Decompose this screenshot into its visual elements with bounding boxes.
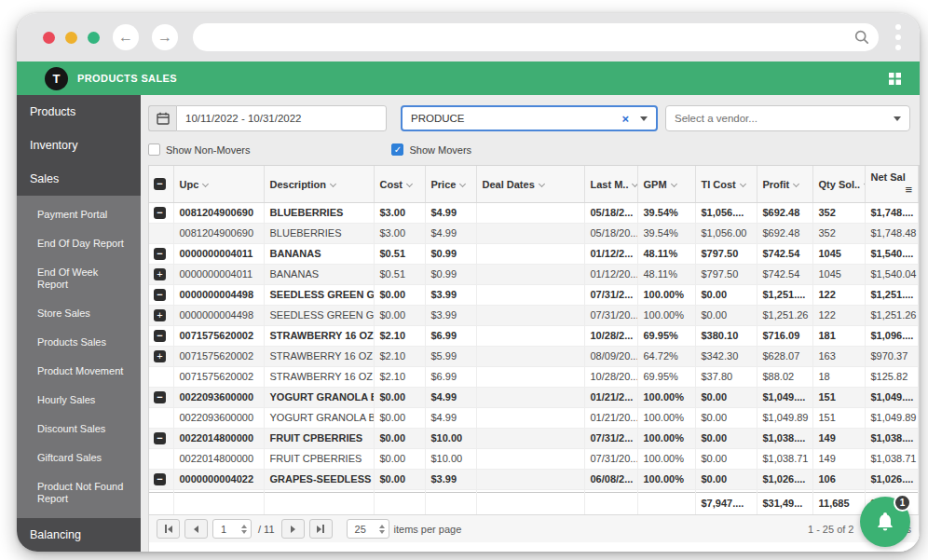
column-header-net-sales[interactable]: Net Sal≡ (865, 166, 919, 203)
show-movers-checkbox[interactable]: ✓ Show Movers (391, 143, 471, 156)
cell-upc: 0071575620002 (173, 367, 264, 388)
cell-deal (476, 203, 584, 224)
table-row[interactable]: −0000000004011BANANAS$0.51$0.9901/12/2..… (149, 244, 919, 265)
sidebar-subitem[interactable]: Payment Portal (17, 200, 141, 229)
table-row[interactable]: −0000000004022GRAPES-SEEDLESS$0.00$3.990… (149, 470, 919, 490)
sidebar-subitem[interactable]: Product Not Found Report (17, 472, 141, 513)
search-icon[interactable] (854, 30, 869, 45)
sidebar-subitem[interactable]: Product Movement (17, 357, 141, 386)
sidebar-subitem[interactable]: Giftcard Sales (17, 444, 141, 472)
browser-menu-icon[interactable] (892, 20, 905, 54)
calendar-button[interactable] (148, 105, 176, 131)
cell-cost: $0.00 (374, 429, 425, 449)
cell-upc: 0071575620002 (173, 347, 264, 367)
table-row[interactable]: −0071575620002STRAWBERRY 16 OZ$2.10$6.99… (149, 326, 919, 347)
collapse-row-icon[interactable]: − (154, 391, 166, 403)
table-row[interactable]: +0000000004011BANANAS$0.51$0.9901/12/20.… (149, 265, 919, 285)
sidebar-item[interactable]: Inventory (17, 129, 141, 162)
cell-desc: STRAWBERRY 16 OZ (264, 347, 374, 367)
table-row[interactable]: 0081204900690BLUEBERRIES$3.00$4.9905/18/… (149, 224, 919, 244)
table-row[interactable]: 0022014800000FRUIT CPBERRIES$0.00$10.000… (149, 449, 919, 470)
cell-deal (476, 244, 584, 265)
column-header-qty-sold[interactable]: Qty Sol.. (812, 166, 865, 203)
column-header-description[interactable]: Description (264, 166, 374, 203)
first-page-button[interactable] (157, 519, 180, 539)
cell-price: $6.99 (425, 326, 476, 347)
cell-cost: $0.00 (374, 470, 425, 490)
sidebar-item[interactable]: Balancing (17, 518, 141, 552)
expand-row-icon[interactable]: + (154, 268, 166, 280)
vendor-select[interactable]: Select a vendor... (665, 105, 910, 131)
cell-price: $6.99 (425, 367, 476, 388)
clear-category-icon[interactable]: × (616, 112, 635, 126)
sidebar-subitem[interactable]: Hourly Sales (17, 386, 141, 415)
table-row[interactable]: −0081204900690BLUEBERRIES$3.00$4.9905/18… (149, 203, 919, 224)
sidebar-subitem[interactable]: Discount Sales (17, 415, 141, 444)
cell-ti: $0.00 (695, 470, 757, 490)
cell-upc: 0022093600000 (173, 388, 264, 408)
table-row[interactable]: +0071575620002STRAWBERRY 16 OZ$2.10$5.99… (149, 347, 919, 367)
maximize-window-button[interactable] (88, 32, 100, 44)
column-header-last-modified[interactable]: Last M.. (584, 166, 637, 203)
table-row[interactable]: 0071575620002STRAWBERRY 16 OZ$2.10$6.991… (149, 367, 919, 388)
sidebar-subitem[interactable]: End Of Week Report (17, 258, 141, 299)
expand-row-icon[interactable]: + (154, 350, 166, 362)
collapse-all-button[interactable]: − (154, 178, 166, 190)
column-header-upc[interactable]: Upc (173, 166, 264, 203)
cell-upc: 0000000004498 (173, 285, 264, 306)
cell-profit: $88.02 (757, 367, 812, 388)
cell-profit: $1,026.... (757, 470, 812, 490)
sidebar-subitem[interactable]: End Of Day Report (17, 229, 141, 258)
cell-upc: 0000000004011 (173, 244, 264, 265)
show-non-movers-checkbox[interactable]: Show Non-Movers (148, 143, 250, 156)
apps-grid-icon[interactable] (889, 73, 901, 85)
collapse-row-icon[interactable]: − (154, 248, 166, 260)
next-page-button[interactable] (281, 519, 305, 539)
back-button[interactable]: ← (113, 24, 139, 50)
cell-desc: BANANAS (264, 244, 374, 265)
minimize-window-button[interactable] (65, 32, 77, 44)
table-row[interactable]: −0022014800000FRUIT CPBERRIES$0.00$10.00… (149, 429, 919, 449)
collapse-row-icon[interactable]: − (154, 473, 166, 485)
column-header-gpm[interactable]: GPM (637, 166, 695, 203)
cell-desc: STRAWBERRY 16 OZ (264, 326, 374, 347)
cell-deal (476, 367, 584, 388)
sidebar-item[interactable]: Sales (17, 162, 141, 196)
url-input[interactable] (202, 23, 854, 51)
collapse-row-icon[interactable]: − (154, 432, 166, 444)
table-row[interactable]: −0000000004498SEEDLESS GREEN GR...$0.00$… (149, 285, 919, 306)
collapse-row-icon[interactable]: − (154, 289, 166, 301)
column-header-deal-dates[interactable]: Deal Dates (476, 166, 584, 203)
sidebar-item[interactable]: Products (17, 95, 141, 129)
close-window-button[interactable] (43, 32, 55, 44)
column-header-cost[interactable]: Cost (374, 166, 425, 203)
vendor-placeholder: Select a vendor... (675, 113, 757, 124)
sidebar-subitem[interactable]: Store Sales (17, 299, 141, 328)
forward-button[interactable]: → (152, 24, 178, 50)
notifications-fab[interactable]: 1 (860, 497, 910, 547)
expand-row-icon[interactable]: + (154, 309, 166, 321)
column-header-ti-cost[interactable]: TI Cost (695, 166, 757, 203)
prev-page-button[interactable] (184, 519, 208, 539)
collapse-row-icon[interactable]: − (154, 207, 166, 219)
date-range-input[interactable] (176, 105, 387, 131)
cell-ti: $797.50 (695, 244, 757, 265)
sidebar-subitem[interactable]: Products Sales (17, 328, 141, 357)
url-bar[interactable] (193, 23, 879, 51)
collapse-row-icon[interactable]: − (154, 330, 166, 342)
table-row[interactable]: 0022093600000YOGURT GRANOLA BER$0.00$4.9… (149, 408, 919, 429)
spinner-icon[interactable] (241, 525, 247, 534)
category-select[interactable]: PRODUCE × (401, 105, 658, 131)
column-header-profit[interactable]: Profit (757, 166, 812, 203)
items-per-page-select[interactable]: 25 (347, 519, 389, 539)
column-menu-icon[interactable]: ≡ (905, 183, 912, 197)
table-row[interactable]: −0022093600000YOGURT GRANOLA B...$0.00$4… (149, 388, 919, 408)
column-header-price[interactable]: Price (425, 166, 476, 203)
last-page-button[interactable] (309, 519, 333, 539)
items-per-page-label: items per page (394, 524, 462, 535)
calendar-icon (157, 112, 170, 125)
cell-last: 01/12/20... (584, 265, 637, 285)
cell-last: 06/08/2... (584, 470, 637, 490)
page-number-input[interactable]: 1 (212, 519, 252, 539)
table-row[interactable]: +0000000004498SEEDLESS GREEN GRAPE$0.00$… (149, 306, 919, 326)
